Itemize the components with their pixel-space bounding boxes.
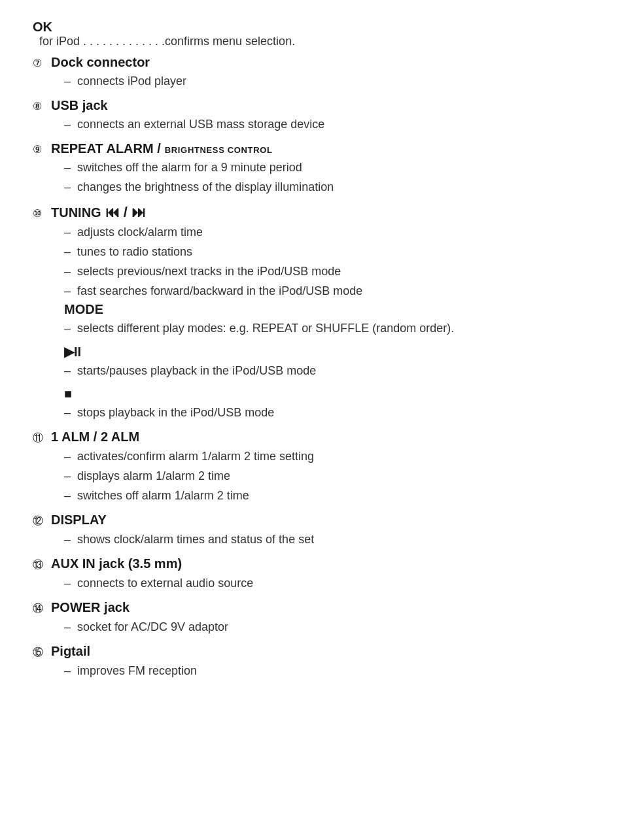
section-2: ⑧USB jackconnects an external USB mass s…: [33, 98, 591, 133]
sections-container: ⑦Dock connectorconnects iPod player⑧USB …: [33, 55, 591, 680]
section-title-secondary-3: BRIGHTNESS CONTROL: [165, 145, 273, 155]
ok-description: for iPod . . . . . . . . . . . . .confir…: [39, 35, 591, 48]
bullet-list-9: improves FM reception: [64, 662, 591, 680]
section-number-8: ⑭: [33, 602, 47, 616]
tuning-arrows: ⏮ / ⏭: [105, 204, 146, 221]
bullet-item: adjusts clock/alarm time: [64, 224, 591, 241]
bullet-item: stops playback in the iPod/USB mode: [64, 404, 591, 422]
bullet-list-5: activates/confirm alarm 1/alarm 2 time s…: [64, 448, 591, 505]
bullet-item: connects to external audio source: [64, 575, 591, 592]
section-number-2: ⑧: [33, 100, 47, 112]
section-header-8: ⑭POWER jack: [33, 600, 591, 616]
section-number-5: ⑪: [33, 431, 47, 445]
section-number-3: ⑨: [33, 143, 47, 156]
section-1: ⑦Dock connectorconnects iPod player: [33, 55, 591, 90]
bullet-item: connects an external USB mass storage de…: [64, 116, 591, 133]
section-number-1: ⑦: [33, 57, 47, 69]
bullet-item: shows clock/alarm times and status of th…: [64, 531, 591, 548]
section-5: ⑪1 ALM / 2 ALMactivates/confirm alarm 1/…: [33, 429, 591, 505]
subsection-1: ▶IIstarts/pauses playback in the iPod/US…: [33, 344, 591, 380]
section-header-1: ⑦Dock connector: [33, 55, 591, 70]
subsection-title-1: ▶II: [64, 344, 591, 360]
section-title-6: DISPLAY: [51, 512, 107, 528]
bullet-item: selects previous/next tracks in the iPod…: [64, 263, 591, 280]
bullet-item: improves FM reception: [64, 662, 591, 680]
subsection-bullets-0: selects different play modes: e.g. REPEA…: [64, 320, 591, 337]
bullet-list-4: adjusts clock/alarm timetunes to radio s…: [64, 224, 591, 300]
bullet-item: starts/pauses playback in the iPod/USB m…: [64, 362, 591, 380]
section-title-8: POWER jack: [51, 600, 130, 615]
section-9: ⑮Pigtailimproves FM reception: [33, 644, 591, 680]
bullet-list-2: connects an external USB mass storage de…: [64, 116, 591, 133]
subsection-title-0: MODE: [64, 302, 591, 317]
section-title-7: AUX IN jack (3.5 mm): [51, 556, 182, 571]
bullet-item: selects different play modes: e.g. REPEA…: [64, 320, 591, 337]
section-number-6: ⑫: [33, 514, 47, 528]
section-3: ⑨REPEAT ALARM /BRIGHTNESS CONTROLswitche…: [33, 141, 591, 196]
section-title-9: Pigtail: [51, 644, 90, 659]
subsection-0: MODEselects different play modes: e.g. R…: [33, 302, 591, 337]
section-title-5: 1 ALM / 2 ALM: [51, 429, 139, 445]
bullet-list-8: socket for AC/DC 9V adaptor: [64, 618, 591, 636]
bullet-item: displays alarm 1/alarm 2 time: [64, 467, 591, 485]
section-number-4: ⑩: [33, 207, 47, 220]
section-header-3: ⑨REPEAT ALARM /BRIGHTNESS CONTROL: [33, 141, 591, 156]
subsection-2: ■stops playback in the iPod/USB mode: [33, 386, 591, 422]
section-8: ⑭POWER jacksocket for AC/DC 9V adaptor: [33, 600, 591, 636]
ok-title: OK: [33, 20, 591, 35]
subsection-bullets-1: starts/pauses playback in the iPod/USB m…: [64, 362, 591, 380]
section-title-3: REPEAT ALARM /: [51, 141, 161, 156]
subsection-title-2: ■: [64, 386, 591, 401]
bullet-item: tunes to radio stations: [64, 243, 591, 261]
section-header-9: ⑮Pigtail: [33, 644, 591, 660]
bullet-list-7: connects to external audio source: [64, 575, 591, 592]
section-number-7: ⑬: [33, 558, 47, 572]
bullet-item: socket for AC/DC 9V adaptor: [64, 618, 591, 636]
section-title-1: Dock connector: [51, 55, 150, 70]
section-number-9: ⑮: [33, 646, 47, 660]
section-4: ⑩TUNING ⏮ / ⏭adjusts clock/alarm timetun…: [33, 204, 591, 422]
bullet-item: switches off alarm 1/alarm 2 time: [64, 487, 591, 505]
bullet-item: fast searches forward/backward in the iP…: [64, 282, 591, 300]
bullet-item: switches off the alarm for a 9 minute pe…: [64, 159, 591, 176]
bullet-list-1: connects iPod player: [64, 73, 591, 90]
section-header-7: ⑬AUX IN jack (3.5 mm): [33, 556, 591, 572]
section-title-2: USB jack: [51, 98, 108, 113]
bullet-list-6: shows clock/alarm times and status of th…: [64, 531, 591, 548]
bullet-item: activates/confirm alarm 1/alarm 2 time s…: [64, 448, 591, 465]
section-header-2: ⑧USB jack: [33, 98, 591, 113]
section-header-4: ⑩TUNING ⏮ / ⏭: [33, 204, 591, 221]
section-header-5: ⑪1 ALM / 2 ALM: [33, 429, 591, 445]
section-header-6: ⑫DISPLAY: [33, 512, 591, 528]
ok-section: OK for iPod . . . . . . . . . . . . .con…: [33, 20, 591, 48]
subsection-bullets-2: stops playback in the iPod/USB mode: [64, 404, 591, 422]
section-title-4: TUNING: [51, 205, 101, 220]
section-6: ⑫DISPLAYshows clock/alarm times and stat…: [33, 512, 591, 548]
bullet-list-3: switches off the alarm for a 9 minute pe…: [64, 159, 591, 196]
section-7: ⑬AUX IN jack (3.5 mm)connects to externa…: [33, 556, 591, 592]
bullet-item: connects iPod player: [64, 73, 591, 90]
bullet-item: changes the brightness of the display il…: [64, 178, 591, 196]
